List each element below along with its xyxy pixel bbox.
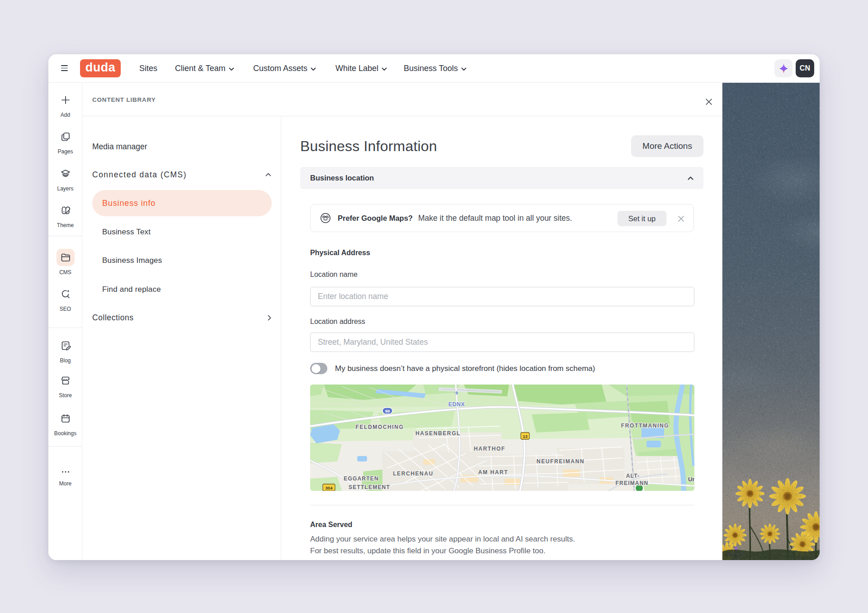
- theme-icon: [60, 205, 71, 216]
- sidebar-item-label: Blog: [60, 357, 71, 364]
- site-preview-photo: [722, 83, 820, 560]
- library-nav-label: Find and replace: [102, 285, 161, 294]
- business-location-accordion[interactable]: Business location: [300, 167, 703, 189]
- svg-text:13: 13: [523, 434, 528, 439]
- map-airport-label: EDNX: [448, 401, 465, 408]
- editor-sidebar: Add Pages Layers Theme CMS SEO: [48, 83, 82, 560]
- nav-item-business-tools[interactable]: Business Tools: [404, 54, 467, 83]
- area-served-line1: Adding your service area helps your site…: [310, 535, 575, 544]
- content-library-panel: CONTENT LIBRARY Media manager Connected …: [82, 83, 722, 560]
- location-address-label: Location address: [310, 318, 365, 326]
- sidebar-item-layers[interactable]: Layers: [48, 165, 82, 192]
- chevron-up-icon: [688, 176, 693, 180]
- user-avatar[interactable]: CN: [796, 59, 814, 77]
- map-label: EGGARTEN: [344, 475, 379, 482]
- nav-item-sites[interactable]: Sites: [139, 54, 157, 83]
- sidebar-item-label: Pages: [57, 148, 73, 155]
- physical-address-label: Physical Address: [310, 249, 370, 257]
- map-label: FRÖTTMANING: [621, 422, 669, 429]
- nav-item-custom-assets[interactable]: Custom Assets: [253, 54, 316, 83]
- sidebar-item-more[interactable]: More: [48, 463, 82, 487]
- chevron-down-icon: [311, 67, 316, 71]
- library-nav-label: Business Text: [102, 228, 151, 237]
- nav-item-label: Client & Team: [175, 64, 226, 73]
- sidebar-item-label: Store: [59, 392, 72, 399]
- sidebar-item-add[interactable]: Add: [48, 91, 82, 118]
- svg-text:99: 99: [385, 409, 390, 413]
- route-shield-13: 13: [521, 432, 529, 439]
- panel-title: CONTENT LIBRARY: [92, 83, 156, 116]
- set-it-up-button[interactable]: Set it up: [618, 211, 666, 226]
- map-label: Unt: [688, 476, 694, 483]
- library-nav-business-text[interactable]: Business Text: [102, 223, 260, 242]
- blog-icon: [60, 340, 71, 351]
- map-label: FREIMANN: [616, 480, 649, 486]
- map-label: FELDMOCHING: [356, 424, 404, 430]
- library-nav-label: Business info: [102, 199, 156, 208]
- sidebar-item-bookings[interactable]: Bookings: [48, 410, 82, 437]
- banner-bold-text: Prefer Google Maps?: [338, 214, 413, 223]
- map-label: LERCHENAU: [393, 470, 434, 477]
- sidebar-item-label: Layers: [57, 185, 73, 192]
- sidebar-item-store[interactable]: Store: [48, 372, 82, 399]
- top-navbar: duda Sites Client & Team Custom Assets W…: [48, 54, 820, 83]
- seo-icon: [60, 289, 71, 299]
- nav-item-white-label[interactable]: White Label: [335, 54, 387, 83]
- sidebar-item-blog[interactable]: Blog: [48, 337, 82, 364]
- location-name-input[interactable]: [310, 287, 694, 306]
- svg-text:304: 304: [326, 485, 333, 490]
- accordion-title: Business location: [310, 174, 374, 182]
- folder-icon: [60, 252, 71, 263]
- sidebar-item-label: More: [59, 480, 71, 487]
- banner-text: Make it the default map tool in all your…: [418, 214, 572, 223]
- location-map[interactable]: ✈︎ EDNX 99 13: [310, 385, 694, 491]
- sidebar-item-seo[interactable]: SEO: [48, 285, 82, 312]
- sidebar-item-label: Bookings: [54, 430, 76, 437]
- hamburger-menu-icon[interactable]: [61, 65, 68, 71]
- sidebar-item-cms[interactable]: CMS: [48, 249, 82, 276]
- library-nav-collections[interactable]: Collections: [92, 308, 271, 327]
- storefront-toggle[interactable]: [310, 363, 327, 374]
- sidebar-item-theme[interactable]: Theme: [48, 202, 82, 228]
- sidebar-item-label: SEO: [60, 306, 71, 312]
- library-nav-label: Business Images: [102, 256, 162, 265]
- toggle-label: My business doesn’t have a physical stor…: [335, 364, 595, 373]
- toggle-knob: [311, 364, 321, 373]
- library-nav-find-replace[interactable]: Find and replace: [102, 280, 260, 299]
- area-served-title: Area Served: [310, 521, 352, 529]
- plus-icon: [60, 95, 71, 105]
- store-icon: [60, 375, 71, 386]
- nav-item-client-team[interactable]: Client & Team: [175, 54, 234, 83]
- app-window: duda Sites Client & Team Custom Assets W…: [48, 54, 820, 560]
- sidebar-item-label: Add: [61, 112, 70, 118]
- more-actions-button[interactable]: More Actions: [631, 135, 703, 157]
- sidebar-item-pages[interactable]: Pages: [48, 128, 82, 155]
- close-icon[interactable]: [703, 95, 715, 108]
- sparkle-icon: [778, 63, 789, 74]
- location-address-input[interactable]: [310, 333, 694, 352]
- bookings-icon: [60, 413, 71, 424]
- library-nav-business-info[interactable]: Business info: [102, 193, 260, 213]
- smiley-glasses-icon: [320, 212, 331, 224]
- location-name-label: Location name: [310, 271, 358, 279]
- nav-item-label: Business Tools: [404, 64, 458, 73]
- route-shield-304: 304: [323, 484, 335, 491]
- sidebar-divider: [48, 236, 82, 236]
- library-nav: Media manager Connected data (CMS) Busin…: [82, 116, 281, 560]
- pages-icon: [60, 131, 71, 142]
- sidebar-item-label: Theme: [57, 222, 74, 228]
- chevron-down-icon: [461, 67, 467, 71]
- library-nav-media-manager[interactable]: Media manager: [92, 137, 271, 156]
- map-label: NEUFREIMANN: [537, 458, 585, 465]
- library-nav-business-images[interactable]: Business Images: [102, 251, 260, 270]
- duda-logo[interactable]: duda: [80, 59, 121, 77]
- library-nav-connected-data[interactable]: Connected data (CMS): [92, 165, 271, 184]
- page-title: Business Information: [300, 135, 437, 157]
- ai-assistant-button[interactable]: [774, 59, 793, 77]
- chevron-down-icon: [229, 67, 234, 71]
- more-dots-icon: [60, 466, 71, 477]
- library-nav-label: Collections: [92, 313, 134, 323]
- map-label: ALT-: [626, 473, 640, 479]
- banner-close-icon[interactable]: [674, 212, 688, 225]
- nav-item-label: White Label: [335, 64, 378, 73]
